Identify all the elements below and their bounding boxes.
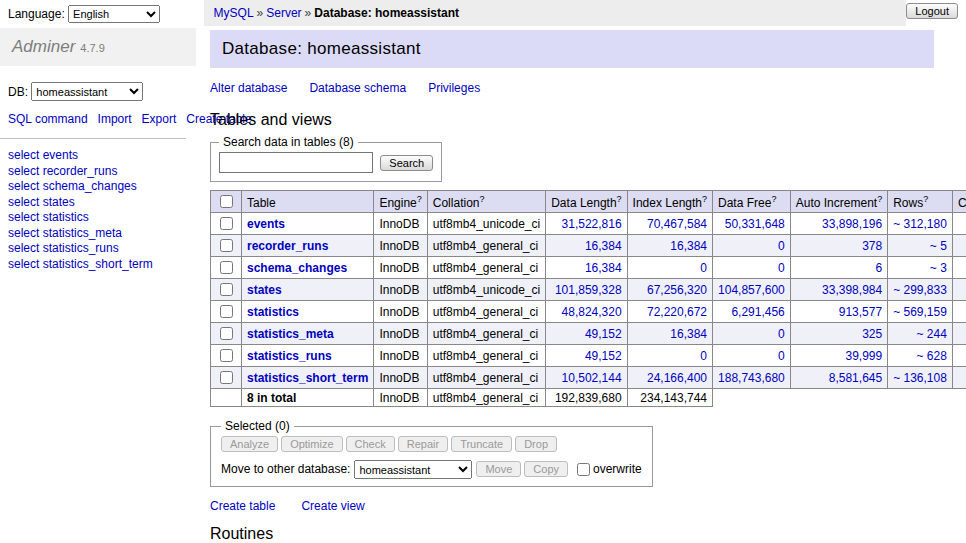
row-checkbox[interactable] bbox=[220, 217, 233, 230]
data-length-link[interactable]: 101,859,328 bbox=[555, 283, 622, 297]
table-name-link[interactable]: statistics_short_term bbox=[247, 371, 368, 385]
auto-increment-link[interactable]: 325 bbox=[862, 327, 882, 341]
auto-increment-link[interactable]: 33,898,196 bbox=[822, 217, 882, 231]
sidebar-select-table-link[interactable]: select statistics_short_term bbox=[8, 257, 196, 273]
auto-increment-link[interactable]: 378 bbox=[862, 239, 882, 253]
data-length-link[interactable]: 49,152 bbox=[585, 349, 622, 363]
table-name-link[interactable]: recorder_runs bbox=[247, 239, 328, 253]
table-name-link[interactable]: statistics_runs bbox=[247, 349, 332, 363]
table-name-link[interactable]: statistics bbox=[247, 305, 299, 319]
column-help-link[interactable]: ? bbox=[479, 194, 484, 204]
data-length-link[interactable]: 49,152 bbox=[585, 327, 622, 341]
sidebar-select-table-link[interactable]: select statistics bbox=[8, 210, 196, 226]
overwrite-label[interactable]: overwrite bbox=[593, 462, 642, 476]
data-free-link[interactable]: 0 bbox=[778, 349, 785, 363]
sidebar-select-table-link[interactable]: select schema_changes bbox=[8, 179, 196, 195]
row-checkbox[interactable] bbox=[220, 283, 233, 296]
column-help-link[interactable]: ? bbox=[417, 194, 422, 204]
sidebar-select-table-link[interactable]: select statistics_runs bbox=[8, 241, 196, 257]
column-help-link[interactable]: ? bbox=[771, 194, 776, 204]
move-button[interactable]: Move bbox=[476, 461, 521, 477]
index-length-link[interactable]: 16,384 bbox=[670, 239, 707, 253]
index-length-link[interactable]: 67,256,320 bbox=[647, 283, 707, 297]
table-name-link[interactable]: events bbox=[247, 217, 285, 231]
data-free-link[interactable]: 188,743,680 bbox=[718, 371, 785, 385]
data-length-link[interactable]: 16,384 bbox=[585, 239, 622, 253]
data-free-link[interactable]: 0 bbox=[778, 261, 785, 275]
selected-action-button[interactable]: Truncate bbox=[451, 436, 512, 452]
data-free-link[interactable]: 104,857,600 bbox=[718, 283, 785, 297]
database-action-link[interactable]: Privileges bbox=[428, 81, 480, 95]
sidebar-select-table-link[interactable]: select recorder_runs bbox=[8, 164, 196, 180]
data-free-link[interactable]: 0 bbox=[778, 239, 785, 253]
rows-count-link[interactable]: ~ 3 bbox=[930, 261, 947, 275]
rows-count-link[interactable]: ~ 244 bbox=[917, 327, 947, 341]
sidebar-action-link[interactable]: Import bbox=[98, 112, 132, 126]
search-button[interactable]: Search bbox=[380, 155, 433, 171]
auto-increment-link[interactable]: 6 bbox=[875, 261, 882, 275]
rows-count-link[interactable]: ~ 299,833 bbox=[893, 283, 947, 297]
index-length-link[interactable]: 0 bbox=[700, 349, 707, 363]
data-length-link[interactable]: 31,522,816 bbox=[562, 217, 622, 231]
search-input[interactable] bbox=[219, 152, 373, 173]
data-free-link[interactable]: 0 bbox=[778, 327, 785, 341]
database-action-link[interactable]: Alter database bbox=[210, 81, 287, 95]
auto-increment-link[interactable]: 39,999 bbox=[845, 349, 882, 363]
column-help-link[interactable]: ? bbox=[923, 194, 928, 204]
selected-action-button[interactable]: Analyze bbox=[221, 436, 278, 452]
column-help-link[interactable]: ? bbox=[617, 194, 622, 204]
column-help-link[interactable]: ? bbox=[877, 194, 882, 204]
database-action-link[interactable]: Database schema bbox=[309, 81, 406, 95]
create-link[interactable]: Create table bbox=[210, 499, 275, 513]
table-name-link[interactable]: statistics_meta bbox=[247, 327, 334, 341]
sidebar-select-table-link[interactable]: select events bbox=[8, 148, 196, 164]
data-length-link[interactable]: 48,824,320 bbox=[562, 305, 622, 319]
selected-action-button[interactable]: Check bbox=[346, 436, 395, 452]
data-free-link[interactable]: 50,331,648 bbox=[725, 217, 785, 231]
index-length-link[interactable]: 72,220,672 bbox=[647, 305, 707, 319]
auto-increment-link[interactable]: 8,581,645 bbox=[829, 371, 882, 385]
data-free-link[interactable]: 6,291,456 bbox=[731, 305, 784, 319]
create-link[interactable]: Create view bbox=[301, 499, 364, 513]
index-length-link[interactable]: 16,384 bbox=[670, 327, 707, 341]
sidebar-select-table-link[interactable]: select states bbox=[8, 195, 196, 211]
row-checkbox[interactable] bbox=[220, 261, 233, 274]
column-help-link[interactable]: ? bbox=[702, 194, 707, 204]
data-length-link[interactable]: 16,384 bbox=[585, 261, 622, 275]
data-length-link[interactable]: 10,502,144 bbox=[562, 371, 622, 385]
language-select[interactable]: English bbox=[68, 5, 160, 23]
breadcrumb-link-server[interactable]: Server bbox=[266, 6, 301, 20]
sidebar-action-link[interactable]: SQL command bbox=[8, 112, 88, 126]
copy-button[interactable]: Copy bbox=[524, 461, 568, 477]
db-select[interactable]: homeassistant bbox=[31, 82, 143, 101]
rows-count-link[interactable]: ~ 569,159 bbox=[893, 305, 947, 319]
row-checkbox[interactable] bbox=[220, 239, 233, 252]
rows-count-link[interactable]: ~ 5 bbox=[930, 239, 947, 253]
rows-count-link[interactable]: ~ 312,180 bbox=[893, 217, 947, 231]
breadcrumb-link-mysql[interactable]: MySQL bbox=[214, 6, 254, 20]
index-length-link[interactable]: 0 bbox=[700, 261, 707, 275]
sidebar-action-link[interactable]: Export bbox=[142, 112, 177, 126]
selected-action-button[interactable]: Drop bbox=[515, 436, 557, 452]
index-length-link[interactable]: 70,467,584 bbox=[647, 217, 707, 231]
rows-count-link[interactable]: ~ 628 bbox=[917, 349, 947, 363]
selected-action-button[interactable]: Repair bbox=[398, 436, 448, 452]
auto-increment-link[interactable]: 33,398,984 bbox=[822, 283, 882, 297]
auto-increment-link[interactable]: 913,577 bbox=[839, 305, 882, 319]
sidebar-select-table-link[interactable]: select statistics_meta bbox=[8, 226, 196, 242]
move-db-select[interactable]: homeassistant bbox=[354, 460, 472, 479]
index-length-link[interactable]: 24,166,400 bbox=[647, 371, 707, 385]
row-checkbox[interactable] bbox=[220, 371, 233, 384]
row-checkbox[interactable] bbox=[220, 327, 233, 340]
overwrite-checkbox[interactable] bbox=[577, 463, 590, 476]
row-checkbox[interactable] bbox=[220, 349, 233, 362]
tables-heading: Tables and views bbox=[210, 111, 934, 129]
logout-button[interactable]: Logout bbox=[906, 3, 958, 19]
selected-action-button[interactable]: Optimize bbox=[281, 436, 342, 452]
select-all-checkbox[interactable] bbox=[220, 195, 233, 208]
table-name-link[interactable]: schema_changes bbox=[247, 261, 347, 275]
auto-increment-cell: 33,898,196 bbox=[790, 213, 887, 235]
table-name-link[interactable]: states bbox=[247, 283, 282, 297]
row-checkbox[interactable] bbox=[220, 305, 233, 318]
rows-count-link[interactable]: ~ 136,108 bbox=[893, 371, 947, 385]
